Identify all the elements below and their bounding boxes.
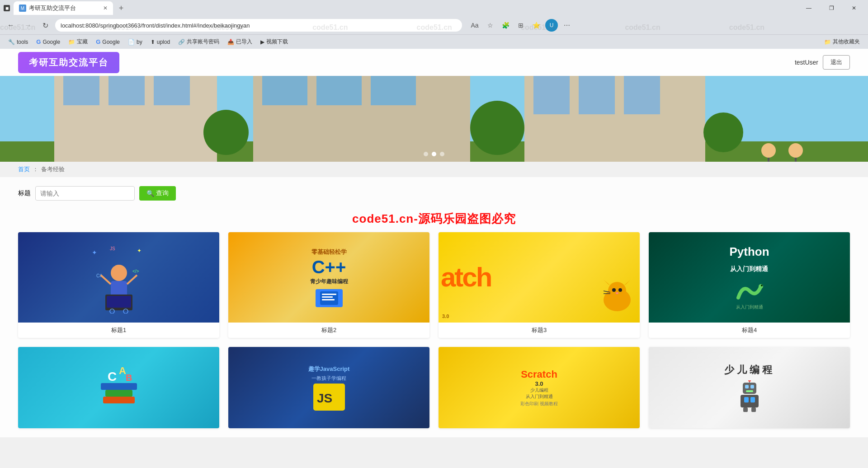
svg-rect-4 <box>108 76 145 105</box>
bookmark-uplod[interactable]: ⬆ uplod <box>147 37 174 47</box>
svg-rect-31 <box>107 296 131 308</box>
book4-python-text: Python从入门到精通 <box>729 244 769 275</box>
book8-robot <box>736 380 763 412</box>
logout-button[interactable]: 退出 <box>823 55 850 70</box>
book7-extra: 彩色印刷 视频教程 <box>520 401 558 407</box>
book-card-6[interactable]: 趣学JavaScript 一教孩子学编程 JS <box>228 347 429 428</box>
book-card-1[interactable]: ✦ ✦ C# </> JS <box>18 232 219 338</box>
svg-marker-43 <box>624 280 631 285</box>
svg-rect-66 <box>744 397 749 402</box>
book-card-4[interactable]: Python从入门到精通 从入门到精通 标题4 <box>649 232 850 338</box>
svg-point-50 <box>761 285 763 286</box>
book7-desc: 少儿编程从入门到精通 <box>526 387 553 400</box>
book2-desc: 青少年趣味编程 <box>310 278 348 285</box>
svg-point-14 <box>203 110 249 155</box>
profile-icon[interactable]: U <box>545 19 558 32</box>
star-icon[interactable]: ☆ <box>484 19 496 32</box>
book2-subtitle: 零基础轻松学 <box>311 248 347 256</box>
book6-subtitle: 一教孩子学编程 <box>311 375 346 382</box>
svg-rect-68 <box>743 407 748 412</box>
book-card-2[interactable]: 零基础轻松学 C++ 青少年趣味编程 标题2 <box>228 232 429 338</box>
svg-rect-62 <box>746 390 753 392</box>
sidebar-icon[interactable]: ⊞ <box>514 19 527 32</box>
collections-icon[interactable]: ⭐ <box>530 19 542 32</box>
title-bar: ◼ M 考研互助交流平台 ✕ + — ❐ ✕ <box>0 0 868 16</box>
bookmark-google1[interactable]: G Google <box>33 37 64 47</box>
svg-rect-69 <box>751 407 756 412</box>
bookmark-video[interactable]: ▶ 视频下载 <box>257 37 292 47</box>
svg-rect-61 <box>750 385 754 388</box>
tab-title: 考研互助交流平台 <box>29 4 76 12</box>
book-card-3[interactable]: atch 3.0 <box>439 232 640 338</box>
bookmarks-bar: 🔧 tools G Google 📁 宝藏 G Google 📄 by ⬆ up… <box>0 34 868 49</box>
watermark-overlay: code51.cn-源码乐园盗图必究 <box>18 210 850 228</box>
svg-rect-5 <box>154 76 190 105</box>
bookmark-google2[interactable]: G Google <box>92 37 123 47</box>
book-card-8[interactable]: 少儿编程 <box>649 347 850 428</box>
window-controls: — ❐ ✕ <box>798 1 864 15</box>
banner-dot-2[interactable] <box>432 152 436 156</box>
book-title-1: 标题1 <box>18 323 219 338</box>
active-tab[interactable]: M 考研互助交流平台 ✕ <box>14 1 113 15</box>
main-content: code51.cn-源码乐园盗图必究 ✦ ✦ C# </> JS <box>0 210 868 437</box>
tools-icon: 🔧 <box>8 39 15 45</box>
new-tab-button[interactable]: + <box>115 2 127 14</box>
svg-text:JS: JS <box>110 246 115 251</box>
maximize-button[interactable]: ❐ <box>821 1 842 15</box>
book8-title: 少儿编程 <box>724 363 775 377</box>
tab-close-button[interactable]: ✕ <box>103 5 108 11</box>
svg-rect-39 <box>322 299 335 300</box>
book3-scratch-text: atch <box>441 264 491 291</box>
bao-icon: 📁 <box>68 39 75 45</box>
svg-point-46 <box>616 292 618 294</box>
bookmark-bao[interactable]: 📁 宝藏 <box>65 37 91 47</box>
bookmark-shared[interactable]: 🔗 共享账号密码 <box>175 37 223 47</box>
bookmark-by[interactable]: 📄 by <box>124 37 146 47</box>
search-input[interactable] <box>35 186 135 201</box>
book-card-5[interactable]: C A B <box>18 347 219 428</box>
refresh-button[interactable]: ↻ <box>38 18 52 33</box>
read-mode-icon[interactable]: Aa <box>468 19 481 32</box>
svg-rect-29 <box>111 281 127 297</box>
svg-rect-13 <box>624 76 660 114</box>
address-bar[interactable]: localhost:8080/springboot3663/front/dist… <box>55 19 462 32</box>
book-cover-4: Python从入门到精通 从入门到精通 <box>649 232 850 323</box>
svg-rect-51 <box>103 397 135 403</box>
svg-rect-37 <box>322 294 336 295</box>
svg-point-41 <box>608 282 626 300</box>
breadcrumb-home[interactable]: 首页 <box>18 165 30 173</box>
svg-line-32 <box>101 275 111 284</box>
search-section: 标题 🔍 查询 <box>0 177 868 210</box>
browser-toolbar: Aa ☆ 🧩 ⊞ ⭐ U ⋯ <box>468 19 573 32</box>
svg-point-64 <box>748 380 751 382</box>
minimize-button[interactable]: — <box>798 1 819 15</box>
back-button[interactable]: ← <box>4 18 18 33</box>
extension-icon[interactable]: 🧩 <box>499 19 512 32</box>
book-card-7[interactable]: Scratch 3.0 少儿编程从入门到精通 彩色印刷 视频教程 <box>439 347 640 428</box>
banner-dot-1[interactable] <box>424 152 428 156</box>
banner-dot-3[interactable] <box>440 152 444 156</box>
tab-favicon: M <box>19 5 26 12</box>
book2-title: C++ <box>312 258 346 276</box>
bookmark-other[interactable]: 📁 其他收藏夹 <box>821 37 863 47</box>
book2-icon <box>316 289 343 307</box>
bookmark-import[interactable]: 📥 已导入 <box>224 37 256 47</box>
book-title-2: 标题2 <box>228 323 429 338</box>
by-icon: 📄 <box>128 39 135 45</box>
svg-rect-65 <box>741 395 759 407</box>
site-logo[interactable]: 考研互助交流平台 <box>18 52 119 73</box>
search-button[interactable]: 🔍 查询 <box>139 186 176 201</box>
svg-rect-11 <box>533 76 570 114</box>
book-cover-5: C A B <box>18 347 219 428</box>
svg-rect-7 <box>262 76 307 105</box>
svg-text:✦: ✦ <box>137 248 142 254</box>
book7-scratch-text: Scratch <box>521 369 557 380</box>
hero-banner <box>0 76 868 162</box>
close-button[interactable]: ✕ <box>844 1 864 15</box>
svg-point-45 <box>618 288 622 292</box>
more-options-icon[interactable]: ⋯ <box>561 19 573 32</box>
google1-icon: G <box>36 38 41 45</box>
bookmark-tools[interactable]: 🔧 tools <box>5 37 32 47</box>
uplod-icon: ⬆ <box>151 39 155 45</box>
forward-button[interactable]: → <box>21 18 35 33</box>
